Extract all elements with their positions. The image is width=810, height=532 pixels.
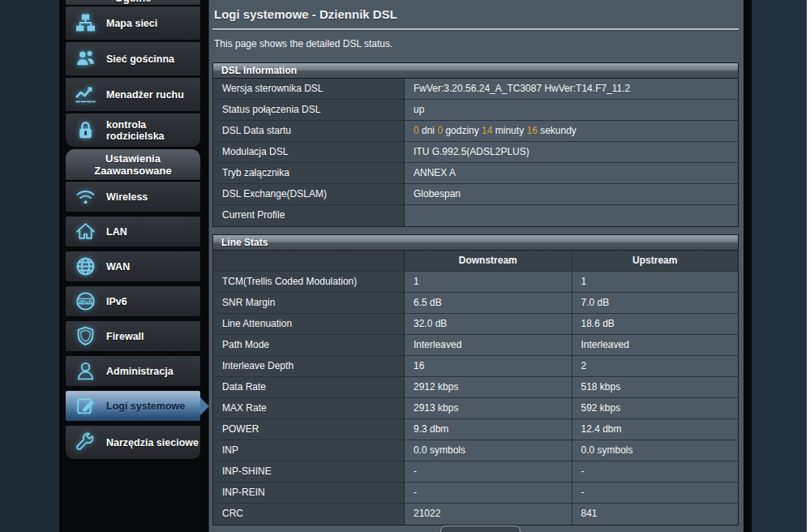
svg-text:IPv6: IPv6 — [79, 298, 93, 306]
system-log-icon — [75, 395, 96, 417]
sidebar-item-wireless[interactable]: Wireless — [66, 182, 200, 212]
sidebar-item-network-tools[interactable]: Narzędzia sieciowe — [66, 426, 200, 459]
sidebar-item-administration[interactable]: Administracja — [66, 356, 200, 386]
line-stats-row: Line Attenuation 32.0 dB 18.6 dB — [213, 314, 738, 335]
title-divider — [212, 28, 739, 30]
dsl-information-header: DSL Information — [212, 62, 739, 78]
line-stats-row: MAX Rate 2913 kbps 592 kbps — [213, 398, 738, 419]
row-label: MAX Rate — [213, 398, 405, 418]
line-stats-columns-row: Downstream Upstream — [213, 251, 738, 272]
row-downstream-value: - — [405, 483, 572, 503]
column-header-downstream: Downstream — [405, 251, 572, 271]
main-content: Logi systemowe - Dziennik DSL This page … — [209, 0, 744, 532]
network-map-icon — [75, 12, 96, 34]
row-label: Line Attenuation — [213, 314, 405, 334]
row-label: Interleave Depth — [213, 356, 405, 376]
dsl-info-row: Wersja sterownika DSL FwVer:3.20.56.24_A… — [213, 79, 738, 100]
row-downstream-value: 1 — [405, 272, 572, 292]
row-downstream-value: 6.5 dB — [405, 293, 572, 313]
dsl-information-table: DSL Information Wersja sterownika DSL Fw… — [212, 62, 739, 227]
sidebar-item-traffic-manager[interactable]: Menadżer ruchu — [66, 78, 200, 111]
row-label: Status połączenia DSL — [213, 100, 405, 120]
ipv6-icon: IPv6 — [75, 290, 96, 312]
sidebar-group-header: Ogólne — [66, 0, 200, 6]
row-downstream-value: 2913 kbps — [405, 398, 572, 418]
row-value: up — [405, 100, 738, 120]
sidebar-item-ipv6[interactable]: IPv6 IPv6 — [66, 286, 200, 316]
column-header-upstream: Upstream — [572, 251, 739, 271]
row-upstream-value: 12.4 dbm — [572, 419, 739, 440]
wan-icon — [75, 255, 96, 277]
row-label: TCM(Trellis Coded Modulation) — [213, 272, 405, 292]
row-downstream-value: - — [405, 461, 572, 482]
row-upstream-value: - — [572, 461, 739, 482]
guest-network-icon — [75, 48, 96, 70]
row-value: ANNEX A — [405, 163, 738, 183]
line-stats-row: Data Rate 2912 kbps 518 kbps — [213, 377, 738, 398]
row-upstream-value: 841 — [572, 504, 739, 525]
wireless-icon — [75, 186, 96, 208]
row-upstream-value: Interleaved — [572, 335, 739, 355]
row-label: Current Profile — [213, 205, 405, 226]
sidebar-group-header: Ustawienia Zaawansowane — [66, 149, 200, 182]
page-background-right — [752, 0, 807, 532]
page-background-left — [0, 0, 59, 532]
row-label: INP-SHINE — [213, 461, 405, 482]
row-downstream-value: 2912 kbps — [405, 377, 572, 397]
row-upstream-value: 7.0 dB — [572, 293, 739, 313]
parental-control-icon — [75, 119, 96, 141]
row-label: Wersja sterownika DSL — [213, 79, 405, 99]
sidebar-nav: Ogólne Mapa sieci Sieć gościnna Menadżer… — [66, 0, 200, 464]
row-upstream-value: 1 — [572, 272, 739, 292]
row-label: SNR Margin — [213, 293, 405, 313]
column-header-blank — [213, 251, 405, 271]
sidebar-item-wan[interactable]: WAN — [66, 251, 200, 281]
row-value: Globespan — [405, 184, 738, 204]
dsl-info-row: DSL Data startu 0 dni 0 godziny 14 minut… — [213, 121, 738, 142]
sidebar-item-parental-control[interactable]: kontrola rodzicielska — [66, 114, 200, 147]
row-label: Modulacja DSL — [213, 142, 405, 162]
row-label: INP — [213, 440, 405, 461]
row-label: Tryb załącznika — [213, 163, 405, 183]
line-stats-row: CRC 21022 841 — [213, 504, 738, 525]
dsl-info-row: Current Profile — [213, 205, 738, 226]
row-upstream-value: 592 kbps — [572, 398, 739, 418]
dsl-info-row: Modulacja DSL ITU G.992.5(ADSL2PLUS) — [213, 142, 738, 163]
refresh-button[interactable] — [440, 526, 521, 532]
row-downstream-value: 21022 — [405, 504, 572, 525]
sidebar-item-guest-network[interactable]: Sieć gościnna — [66, 42, 200, 75]
line-stats-table: Line Stats Downstream Upstream TCM(Trell… — [212, 234, 739, 526]
row-value — [405, 205, 738, 226]
sidebar-item-firewall[interactable]: Firewall — [66, 321, 200, 351]
row-downstream-value: 32.0 dB — [405, 314, 572, 334]
sidebar-group: Wireless LAN WAN IPv6 IPv6 Firewall Admi… — [66, 182, 200, 459]
line-stats-row: Interleave Depth 16 2 — [213, 356, 738, 377]
row-upstream-value: 18.6 dB — [572, 314, 739, 334]
lan-icon — [75, 221, 96, 242]
sidebar-item-system-log[interactable]: Logi systemowe — [66, 391, 200, 421]
sidebar-item-lan[interactable]: LAN — [66, 217, 200, 247]
sidebar-item-network-map[interactable]: Mapa sieci — [66, 6, 200, 40]
row-label: Path Mode — [213, 335, 405, 355]
row-label: DSL Exchange(DSLAM) — [213, 184, 405, 204]
row-upstream-value: - — [572, 483, 739, 503]
content-right-gap — [744, 0, 752, 532]
row-label: POWER — [213, 419, 405, 440]
row-downstream-value: 9.3 dbm — [405, 419, 572, 440]
row-label: INP-REIN — [213, 483, 405, 503]
line-stats-row: POWER 9.3 dbm 12.4 dbm — [213, 419, 738, 440]
row-label: Data Rate — [213, 377, 405, 397]
line-stats-row: INP-REIN - - — [213, 483, 738, 504]
firewall-icon — [75, 325, 96, 347]
row-value: FwVer:3.20.56.24_A_TC3087 HwVer:T14.F7_1… — [405, 79, 738, 99]
row-value: 0 dni 0 godziny 14 minuty 16 sekundy — [405, 121, 738, 141]
row-label: CRC — [213, 504, 405, 525]
row-upstream-value: 518 kbps — [572, 377, 739, 397]
line-stats-row: TCM(Trellis Coded Modulation) 1 1 — [213, 272, 738, 293]
row-upstream-value: 2 — [572, 356, 739, 376]
line-stats-row: INP-SHINE - - — [213, 461, 738, 483]
page-edge-white — [807, 0, 810, 532]
row-value: ITU G.992.5(ADSL2PLUS) — [405, 142, 738, 162]
sidebar-group: Mapa sieci Sieć gościnna Menadżer ruchu … — [66, 6, 200, 147]
administration-icon — [75, 360, 96, 382]
